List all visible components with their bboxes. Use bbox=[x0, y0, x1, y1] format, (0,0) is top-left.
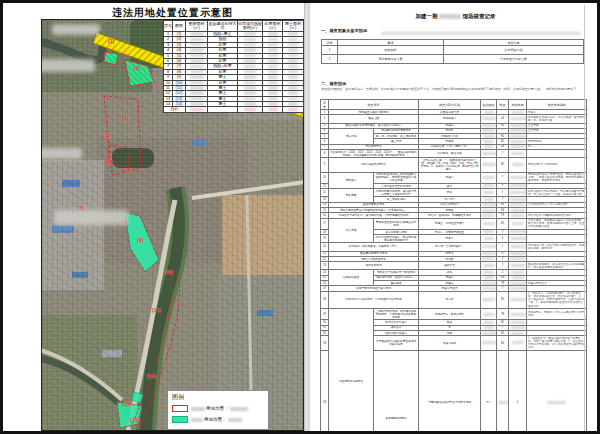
green-hatched-plot-2 bbox=[125, 60, 154, 86]
section-1-heading: 一、核查对象及基本情况 bbox=[321, 28, 367, 33]
document-title: 加建一期 现场核查记录 bbox=[311, 13, 600, 20]
column-header: 序号 bbox=[164, 21, 173, 32]
legend-swatch-red-outline bbox=[172, 405, 188, 412]
cell-item: 与周边图斑关联的整改统筹安排情况 bbox=[419, 350, 481, 434]
cell-no: 34 bbox=[321, 350, 329, 434]
cell-no: 1 bbox=[322, 46, 338, 55]
cell-note: 现场推进中约六成可拆除 bbox=[527, 158, 587, 172]
map-plot-label: (1) bbox=[108, 39, 114, 44]
cell-item: 土地恢复原状情况、拆除建筑物后场地平整、并清除建筑垃圾及硬底化情况 bbox=[374, 309, 419, 320]
cell-note: 为压实责任，已将图斑范围纳入日常巡查网格，落实专人跟进；发现问题即时处置并上报；… bbox=[527, 218, 587, 229]
plot-disposal-table: 序号图斑图斑面积(㎡)初步建议处理方式已完成可拆除面积(㎡)处置面积(㎡)覆土面… bbox=[163, 20, 304, 113]
left-page-map-sheet: 违法用地处置位置示意图 bbox=[6, 3, 304, 431]
cell-no: 12 bbox=[321, 189, 329, 197]
column-header: 核查项目 bbox=[329, 100, 419, 110]
column-header: 处置面积(㎡) bbox=[263, 21, 283, 32]
cell-result: 以示意图为准 bbox=[444, 46, 584, 55]
map-plot-label: (12) bbox=[147, 374, 156, 379]
cell-count: 78 bbox=[497, 309, 509, 320]
cell-no: 9 bbox=[321, 158, 329, 172]
legend-item-teal-area: 用地范围： bbox=[172, 415, 264, 424]
cell-item: 属地街道巡查机制及台账建立执行情况 bbox=[374, 218, 419, 229]
cell-a-redacted bbox=[481, 115, 497, 123]
cell-standard: 已核实说明 bbox=[419, 336, 481, 350]
cell-category: 台账资料核查 bbox=[329, 270, 374, 286]
cell-standard: 已完成部分、剩余推进中 bbox=[419, 309, 481, 320]
cell-category: 其他需要说明事项 bbox=[374, 350, 419, 434]
cell-no: 17 bbox=[321, 218, 329, 229]
table-row: 12整改进展对未拆除建筑物情况、核实其中部分已腾空并具备拆除条件已拆7拆除范围内… bbox=[321, 189, 587, 197]
cell-a-redacted bbox=[481, 235, 497, 243]
column-header: 核查情况说明 bbox=[527, 100, 587, 110]
cell-item: 拆除范围及时序安排 bbox=[329, 158, 419, 172]
table-row: 2图斑上图已测绘核实44已按影像套合核实边界，对照台账逐一核对现场建（构）筑物及… bbox=[321, 115, 587, 123]
inspection-items-table: 序号核查项目核查内容及标准疑似图斑数量核实情况核查情况说明1现场核查范围及对象情… bbox=[320, 99, 587, 434]
cell-result: 详见附图及处置台账 bbox=[444, 55, 584, 64]
cell-note: 拆除范围内大部分已完工；部分建筑保留用于周转、待土地公告后一并处置；具体以台账为… bbox=[527, 189, 587, 197]
column-header: 序号 bbox=[321, 100, 329, 110]
green-hatched-plot-1 bbox=[104, 52, 118, 65]
legend-title: 图例 bbox=[172, 393, 264, 402]
cell-a-redacted bbox=[481, 309, 497, 320]
table-row: 23资料归档情况基本齐全7图斑涉及多宗建筑、相关资料正在分批归集完善中，本次核查… bbox=[321, 262, 587, 270]
cell-note bbox=[527, 235, 587, 243]
legend-item-2-text: 用地范围： bbox=[191, 417, 242, 422]
map-plot-label: (2) bbox=[134, 66, 140, 71]
table-row: 8历史影像比对（2020、2021、2022、2023、2024年），图斑范围内… bbox=[321, 150, 587, 158]
cell-standard: 已落实 bbox=[419, 235, 481, 243]
cell-c-redacted bbox=[509, 262, 527, 270]
cell-note bbox=[527, 150, 587, 158]
column-header: 覆土面积(㎡) bbox=[283, 21, 304, 32]
cell-a-redacted bbox=[481, 218, 497, 229]
cell-note: 1、经核查比对：图斑范围内涉及多个权属主体、已逐一核实权属并建立台账。2、相关主… bbox=[527, 336, 587, 350]
cell-c-redacted bbox=[509, 218, 527, 229]
cell-count: 84 bbox=[497, 336, 509, 350]
basic-info-table: 序号事项核查结果 1 图斑面积 以示意图为准 2 违法用地处置方案 详见附图及处… bbox=[321, 39, 584, 64]
cell-item: 防反弹巡查机制核实、确认无新增违法建设和抢建行为 bbox=[374, 235, 419, 243]
cell-a-redacted bbox=[481, 336, 497, 350]
table-total-row: 合计 bbox=[164, 107, 304, 112]
cell-item: 图斑上图 bbox=[329, 115, 419, 123]
cell-no: 8 bbox=[321, 150, 329, 158]
cell-item: 对已拆除区域的渣土堆放及围蔽管理情况核实、现场已设置围挡并落实防尘措施 bbox=[374, 172, 419, 183]
cell-c-redacted bbox=[527, 350, 587, 434]
cell-no: 20 bbox=[321, 243, 329, 251]
table-row: 29处置进度及问题整改土地恢复原状情况、拆除建筑物后场地平整、并清除建筑垃圾及硬… bbox=[321, 309, 587, 320]
cell-note: 1、行政处罚：罚款已缴纳完毕、处罚案卷齐备；涉及多宗分别立案；已按期执行完毕。2… bbox=[527, 291, 587, 308]
cell-item: 对于图斑涉及范围跨权属主体情况的核实说明 bbox=[374, 336, 419, 350]
table-row: 28作出行政处罚决定情况、罚没款缴纳与执行情况已办结851、行政处罚：罚款已缴纳… bbox=[321, 291, 587, 308]
cell-a-redacted bbox=[481, 291, 497, 308]
column-header: 图斑 bbox=[173, 21, 186, 32]
table-row: 20信访投诉（涉及本图斑）处理情况（2件）已办结（含1宗复核件）1已按规定办结、… bbox=[321, 243, 587, 251]
table-row: 9拆除范围及时序安排三部分分区实施：一、围蔽区域内先行拆除空置、无证建（构）筑物… bbox=[321, 158, 587, 172]
scan-edge-line bbox=[584, 5, 585, 433]
cell-standard: 已建立、日常巡查开展中 bbox=[419, 218, 481, 229]
cell-a-redacted bbox=[481, 172, 497, 183]
cell-count: 7 bbox=[497, 262, 509, 270]
page-seam bbox=[304, 3, 310, 434]
cell-c-redacted bbox=[509, 336, 527, 350]
table-row: 10现场核实对已拆除区域的渣土堆放及围蔽管理情况核实、现场已设置围挡并落实防尘措… bbox=[321, 172, 587, 183]
cell-note: 属地街道已组织人员进行巡查（现场有围挡及公示牌），已落实扬尘防护措施，现场无新增… bbox=[527, 172, 587, 183]
cell-count: 85 bbox=[497, 291, 509, 308]
cell-note: 已按规定办结、相关当事人已获书面答复；后续做好跟踪、回访工作。 bbox=[527, 243, 587, 251]
cell-standard: 已核实 bbox=[419, 172, 481, 183]
column-header: 核实情况 bbox=[509, 100, 527, 110]
cell-standard: 已办结（含1宗复核件） bbox=[419, 243, 481, 251]
cell-a-redacted bbox=[497, 350, 509, 434]
cell-no: 29 bbox=[321, 309, 329, 320]
title-redaction bbox=[439, 14, 461, 19]
cell-count: 7 bbox=[497, 189, 509, 197]
map-redaction-1 bbox=[52, 24, 100, 35]
total-label: 合计 bbox=[164, 107, 186, 112]
cell-no: 2 bbox=[322, 55, 338, 64]
cell-standard: 统一 bbox=[481, 350, 497, 434]
cell-a-redacted bbox=[481, 189, 497, 197]
cell-count: 4 bbox=[509, 350, 527, 434]
map-plot-label: (9) bbox=[137, 238, 143, 243]
cell-item: 违法用地处置方案 bbox=[338, 55, 444, 64]
cell-c-redacted bbox=[509, 243, 527, 251]
cell-category: 整改进展 bbox=[329, 189, 374, 203]
map-plot-label: (5) bbox=[106, 159, 112, 164]
cell-note: 图斑涉及多宗建筑、相关资料正在分批归集完善中，本次核查已调阅主要材料。 bbox=[527, 262, 587, 270]
